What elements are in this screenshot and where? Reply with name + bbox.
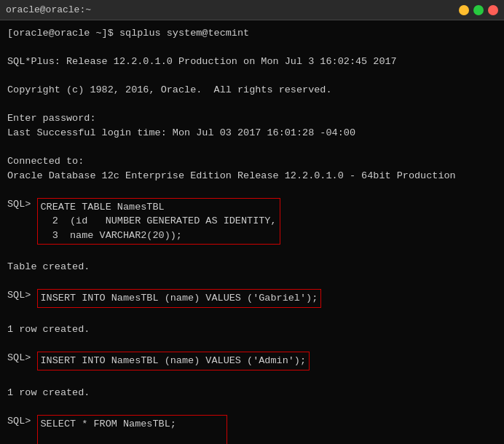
create-table-command: CREATE TABLE NamesTBL 2 (id NUMBER GENER… (37, 198, 280, 245)
title-bar: oracle@oracle:~ (0, 0, 504, 20)
select-block: SQL> SELECT * FROM NamesTBL; ID NAME ---… (7, 414, 497, 444)
window-controls[interactable] (459, 5, 498, 15)
window-title: oracle@oracle:~ (6, 4, 498, 15)
last-login: Last Successful login time: Mon Jul 03 2… (7, 126, 497, 140)
sqlplus-version: SQL*Plus: Release 12.2.0.1.0 Production … (7, 55, 497, 69)
blank (7, 245, 497, 260)
row2-created: 1 row created. (7, 386, 497, 400)
terminal[interactable]: [oracle@oracle ~]$ sqlplus system@tecmin… (0, 20, 504, 444)
blank (7, 41, 497, 55)
blank (7, 140, 497, 155)
blank (7, 69, 497, 84)
blank (7, 274, 497, 289)
row1-created: 1 row created. (7, 322, 497, 337)
close-button[interactable] (488, 5, 498, 15)
sql-prompt-3: SQL> (7, 351, 37, 365)
blank (41, 431, 224, 444)
oracle-version: Oracle Database 12c Enterprise Edition R… (7, 169, 497, 183)
blank (7, 337, 497, 352)
sql-prompt-1: SQL> (7, 197, 37, 212)
maximize-button[interactable] (473, 5, 484, 15)
select-line: SELECT * FROM NamesTBL; (41, 417, 224, 432)
minimize-button[interactable] (459, 5, 469, 15)
blank (7, 400, 497, 414)
create-line-1: CREATE TABLE NamesTBL (41, 200, 277, 215)
connected-to: Connected to: (7, 154, 497, 169)
create-line-2: 2 (id NUMBER GENERATED AS IDENTITY, (41, 214, 277, 229)
blank (7, 371, 497, 386)
insert2-line: INSERT INTO NamesTBL (name) VALUES ('Adm… (41, 354, 307, 368)
sql-prompt-4: SQL> (7, 414, 37, 429)
insert2-command: INSERT INTO NamesTBL (name) VALUES ('Adm… (37, 352, 310, 370)
blank (7, 183, 497, 197)
sql-prompt-2: SQL> (7, 288, 37, 303)
enter-password: Enter password: (7, 111, 497, 126)
table-created: Table created. (7, 260, 497, 274)
blank (7, 309, 497, 323)
copyright: Copyright (c) 1982, 2016, Oracle. All ri… (7, 83, 497, 98)
command-line: [oracle@oracle ~]$ sqlplus system@tecmin… (7, 26, 497, 41)
insert1-command: INSERT INTO NamesTBL (name) VALUES ('Gab… (37, 289, 322, 308)
select-command: SELECT * FROM NamesTBL; ID NAME --------… (37, 415, 227, 444)
insert1-block: SQL> INSERT INTO NamesTBL (name) VALUES … (7, 288, 497, 309)
blank (7, 98, 497, 112)
insert1-line: INSERT INTO NamesTBL (name) VALUES ('Gab… (41, 291, 318, 306)
create-line-3: 3 name VARCHAR2(20)); (41, 229, 277, 243)
insert2-block: SQL> INSERT INTO NamesTBL (name) VALUES … (7, 351, 497, 371)
create-table-block: SQL> CREATE TABLE NamesTBL 2 (id NUMBER … (7, 197, 497, 246)
